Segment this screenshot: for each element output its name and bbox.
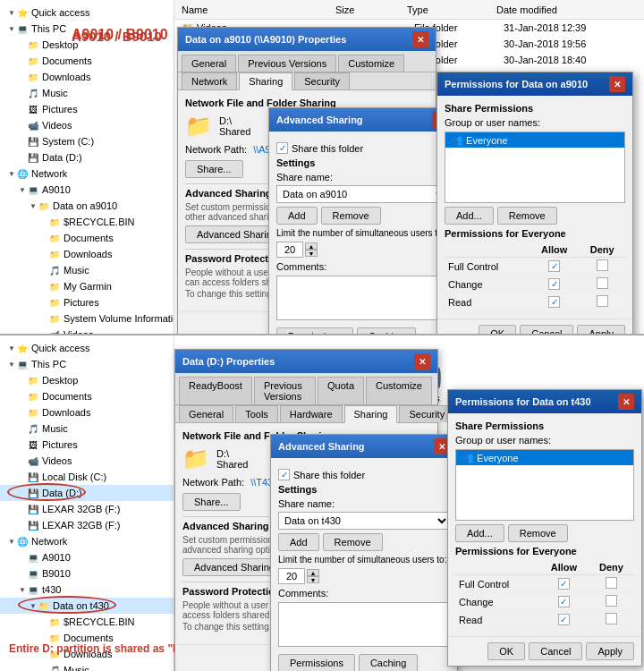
sidebar-item-music[interactable]: 🎵 Music — [0, 420, 174, 437]
add-user-button[interactable]: Add... — [455, 524, 504, 542]
perm-allow[interactable] — [530, 258, 579, 276]
tab-general[interactable]: General — [182, 55, 236, 72]
perm-deny[interactable] — [589, 611, 634, 629]
sidebar-item-a9010b[interactable]: 💻 A9010 — [0, 549, 174, 565]
tab-tools[interactable]: Tools — [235, 405, 278, 422]
perm-allow[interactable] — [530, 276, 579, 293]
limit-input[interactable] — [278, 568, 305, 584]
tab-readyboost[interactable]: ReadyBoost — [179, 377, 252, 404]
col-size[interactable]: Size — [335, 4, 407, 15]
sidebar-item-thispc[interactable]: ▼ 💻 This PC — [0, 356, 174, 372]
checkbox-deny[interactable] — [597, 295, 608, 307]
sidebar-item-documents[interactable]: 📁 Documents — [0, 53, 174, 69]
sidebar-item-videos[interactable]: 📹 Videos — [0, 453, 174, 469]
tab-sharing[interactable]: Sharing — [239, 72, 292, 90]
checkbox-allow[interactable] — [548, 296, 560, 308]
tab-customize[interactable]: Customize — [338, 55, 404, 72]
share-button[interactable]: Share... — [182, 493, 241, 511]
sidebar-item-data-a9010[interactable]: ▼ 📁 Data on a9010 — [0, 198, 174, 214]
sidebar-item-pictures[interactable]: 🖼 Pictures — [0, 437, 174, 453]
tab-sharing[interactable]: Sharing — [344, 405, 398, 423]
checkbox-deny[interactable] — [597, 259, 608, 271]
ok-button[interactable]: OK — [479, 325, 516, 336]
checkbox-allow[interactable] — [558, 614, 570, 625]
sidebar-item-lexar1[interactable]: 💾 LEXAR 32GB (F:) — [0, 501, 174, 517]
spinner-up[interactable]: ▲ — [307, 569, 319, 576]
tab-hardware[interactable]: Hardware — [280, 405, 343, 422]
tab-network[interactable]: Network — [182, 72, 237, 89]
share-button[interactable]: Share... — [185, 160, 243, 178]
sidebar-item-music[interactable]: 🎵 Music — [0, 85, 174, 101]
add-user-button[interactable]: Add... — [445, 207, 494, 225]
checkbox-deny[interactable] — [606, 613, 617, 624]
sidebar-item-desktop[interactable]: 📁 Desktop — [0, 372, 174, 388]
tab-general[interactable]: General — [179, 405, 233, 422]
apply-button[interactable]: Apply — [577, 325, 625, 336]
sidebar-item-a9010[interactable]: ▼ 💻 A9010 — [0, 182, 174, 198]
cancel-button[interactable]: Cancel — [529, 642, 582, 660]
close-button[interactable]: ✕ — [618, 394, 634, 410]
sidebar-item-quickaccess[interactable]: ▼ ⭐ Quick access — [0, 340, 174, 356]
sidebar-item-recycle2[interactable]: 📁 $RECYCLE.BIN — [0, 614, 174, 630]
tab-prevver[interactable]: Previous Versions — [254, 377, 316, 404]
col-type[interactable]: Type — [407, 4, 496, 15]
sidebar-item-downloads[interactable]: 📁 Downloads — [0, 404, 174, 420]
list-item-everyone[interactable]: 👥 Everyone — [445, 132, 624, 148]
sidebar-item-pics2[interactable]: 📁 Pictures — [0, 294, 174, 310]
apply-button[interactable]: Apply — [586, 642, 634, 660]
perm-deny[interactable] — [589, 593, 634, 611]
sidebar-item-recycle[interactable]: 📁 $RECYCLE.BIN — [0, 214, 174, 230]
col-date[interactable]: Date modified — [496, 4, 613, 15]
ok-button[interactable]: OK — [487, 642, 525, 660]
perm-deny[interactable] — [589, 575, 634, 593]
share-name-select[interactable]: Data on a9010 — [276, 185, 448, 203]
sidebar-item-data-t430[interactable]: ▼ 📁 Data on t430 — [0, 598, 174, 614]
remove-user-button[interactable]: Remove — [497, 207, 557, 225]
comments-input[interactable] — [278, 602, 450, 647]
checkbox-allow[interactable] — [558, 578, 570, 590]
caching-button[interactable]: Caching — [357, 327, 416, 336]
checkbox-deny[interactable] — [606, 577, 617, 589]
tab-customize[interactable]: Customize — [366, 377, 432, 404]
sidebar-item-datad[interactable]: 💾 Data (D:) — [0, 485, 174, 501]
sidebar-item-datad[interactable]: 💾 Data (D:) — [0, 149, 174, 166]
sidebar-item-downloads[interactable]: 📁 Downloads — [0, 69, 174, 85]
spinner-down[interactable]: ▼ — [307, 576, 319, 583]
perm-allow[interactable] — [539, 593, 589, 611]
sidebar-item-network2[interactable]: ▼ 🌐 Network — [0, 533, 174, 549]
perm-allow[interactable] — [530, 293, 579, 311]
sidebar-item-garmin[interactable]: 📁 My Garmin — [0, 278, 174, 294]
list-item-everyone[interactable]: 👥 Everyone — [456, 450, 633, 465]
sidebar-item-documents[interactable]: 📁 Documents — [0, 388, 174, 404]
perm-allow[interactable] — [539, 575, 589, 593]
checkbox-allow[interactable] — [558, 596, 570, 607]
sidebar-item-sysvolinfo[interactable]: 📁 System Volume Information — [0, 310, 174, 327]
share-checkbox[interactable]: Share this folder — [278, 469, 450, 480]
sidebar-item-pictures[interactable]: 🖼 Pictures — [0, 101, 174, 117]
tab-prevver[interactable]: Previous Versions — [238, 55, 336, 72]
perm-allow[interactable] — [539, 611, 589, 629]
close-button[interactable]: ✕ — [414, 353, 430, 369]
share-checkbox-input[interactable] — [276, 142, 288, 154]
share-checkbox-input[interactable] — [278, 469, 290, 480]
close-button[interactable]: ✕ — [609, 76, 625, 92]
limit-input[interactable] — [276, 242, 303, 258]
perm-deny[interactable] — [579, 276, 625, 293]
comments-input[interactable] — [276, 276, 448, 320]
spinner-up[interactable]: ▲ — [305, 242, 318, 250]
add-button[interactable]: Add — [278, 533, 319, 551]
sidebar-item-music2[interactable]: 🎵 Music — [0, 262, 174, 278]
tab-security[interactable]: Security — [294, 72, 350, 89]
sidebar-item-videos[interactable]: 📹 Videos — [0, 117, 174, 133]
add-button[interactable]: Add — [276, 207, 318, 225]
sidebar-item-t430[interactable]: ▼ 💻 t430 — [0, 582, 174, 598]
permissions-button[interactable]: Permissions — [278, 654, 355, 671]
sidebar-item-quickaccess[interactable]: ▼ ⭐ Quick access — [0, 4, 174, 21]
sidebar-item-lexar2[interactable]: 💾 LEXAR 32GB (F:) — [0, 517, 174, 533]
sidebar-item-docs[interactable]: 📁 Documents — [0, 230, 174, 246]
perm-deny[interactable] — [579, 293, 625, 311]
tab-security[interactable]: Security — [399, 405, 454, 422]
close-button[interactable]: ✕ — [412, 31, 428, 47]
tab-quota[interactable]: Quota — [318, 377, 364, 404]
spinner-down[interactable]: ▼ — [305, 250, 318, 257]
